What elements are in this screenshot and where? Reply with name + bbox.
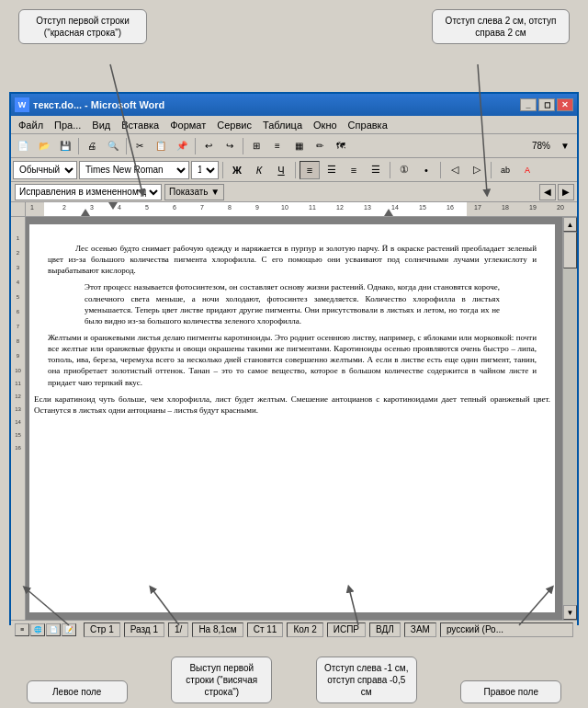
format-sep4 — [440, 162, 441, 178]
paragraph-1: Лес осенью будто снимает рабочую одежду … — [48, 243, 537, 276]
track-toolbar: Исправления в измененном документе Показ… — [11, 182, 577, 202]
toolbar-sep4 — [243, 138, 243, 154]
style-dropdown[interactable]: Обычный — [13, 161, 77, 179]
annotation-top-right: Отступ слева 2 см, отступ справа 2 см — [432, 9, 570, 44]
menu-format[interactable]: Формат — [164, 119, 211, 131]
cut-button[interactable]: ✂ — [130, 136, 150, 156]
align-justify-button[interactable]: ☰ — [366, 161, 386, 179]
zoom-dropdown[interactable]: ▼ — [555, 136, 575, 156]
document-page: Лес осенью будто снимает рабочую одежду … — [29, 224, 555, 612]
scroll-down-button[interactable]: ▼ — [563, 605, 577, 620]
track-dropdown[interactable]: Исправления в измененном документе — [15, 184, 162, 200]
app-icon: W — [15, 97, 29, 112]
undo-button[interactable]: ↩ — [198, 136, 219, 156]
align-left-button[interactable]: ≡ — [300, 161, 320, 179]
format-sep2 — [295, 162, 296, 178]
size-dropdown[interactable]: 12 — [191, 161, 219, 179]
annotation-bottom-left: Левое поле — [27, 680, 128, 703]
insert-columns-button[interactable]: ≡ — [267, 136, 288, 156]
list-num-button[interactable]: ① — [394, 161, 414, 179]
columns-button[interactable]: ▦ — [288, 136, 309, 156]
menubar: Файл Пра... Вид Вставка Формат Сервис Та… — [11, 116, 577, 134]
open-button[interactable]: 📂 — [34, 136, 54, 156]
toolbar-sep1 — [78, 138, 79, 154]
copy-button[interactable]: 📋 — [151, 136, 171, 156]
menu-insert[interactable]: Вставка — [116, 119, 164, 131]
titlebar: W текст.do... - Microsoft Word _ ◻ ✕ — [11, 94, 577, 116]
close-button[interactable]: ✕ — [557, 98, 573, 111]
ruler-first-line-indent[interactable] — [108, 202, 118, 210]
window-title: текст.do... - Microsoft Word — [33, 99, 520, 110]
drawing-button[interactable]: ✏ — [310, 136, 330, 156]
bold-button[interactable]: Ж — [227, 161, 247, 179]
restore-button[interactable]: ◻ — [538, 98, 555, 111]
annotation-bottom-right: Правое поле — [460, 680, 561, 703]
show-button[interactable]: Показать ▼ — [164, 184, 224, 200]
map-button[interactable]: 🗺 — [331, 136, 351, 156]
vertical-scrollbar: ▲ ▼ — [562, 217, 577, 620]
zoom-display: 78% — [528, 141, 554, 151]
v-ruler-numbers: 123 45 67 89 1011 1213 1415 16 — [11, 217, 25, 451]
paragraph-3: Желтыми и оранжевыми листья делаю пигмен… — [48, 332, 537, 388]
scroll-up-button[interactable]: ▲ — [563, 217, 577, 232]
indent-decrease-button[interactable]: ◁ — [445, 161, 465, 179]
format-toolbar: Обычный Times New Roman 12 Ж К Ч ≡ ☰ ≡ ☰… — [11, 158, 577, 182]
track-next-button[interactable]: ▶ — [558, 184, 574, 200]
toolbar-sep2 — [126, 138, 127, 154]
scroll-track[interactable] — [563, 232, 577, 605]
bottom-annotations: Левое поле Выступ первой строки ("висяча… — [0, 625, 588, 708]
list-bullet-button[interactable]: • — [416, 161, 436, 179]
underline-button[interactable]: Ч — [271, 161, 291, 179]
ruler-right-indent[interactable] — [384, 209, 393, 216]
paragraph-4: Если каратиноид чуть больше, чем хлорофи… — [34, 394, 550, 416]
horizontal-ruler: 1 2 3 4 5 6 7 8 9 10 11 12 13 14 15 16 1… — [11, 202, 577, 217]
save-button[interactable]: 💾 — [55, 136, 75, 156]
menu-table[interactable]: Таблица — [257, 119, 308, 131]
menu-window[interactable]: Окно — [308, 119, 343, 131]
track-prev-button[interactable]: ◀ — [539, 184, 556, 200]
toolbar-sep3 — [195, 138, 196, 154]
align-right-button[interactable]: ≡ — [344, 161, 364, 179]
word-window: W текст.do... - Microsoft Word _ ◻ ✕ Фай… — [9, 92, 579, 625]
annotation-bottom-center1: Выступ первой строки ("висячая строка") — [171, 657, 272, 703]
paragraph-2: Этот процесс называется фотосинтезом, он… — [85, 281, 500, 326]
format-sep1 — [222, 162, 223, 178]
paste-button[interactable]: 📌 — [172, 136, 192, 156]
font-dropdown[interactable]: Times New Roman — [79, 161, 189, 179]
format-sep5 — [491, 162, 492, 178]
ruler-scale: 1 2 3 4 5 6 7 8 9 10 11 12 13 14 15 16 1… — [26, 202, 577, 216]
redo-button[interactable]: ↪ — [220, 136, 240, 156]
window-controls: _ ◻ ✕ — [520, 98, 573, 111]
new-button[interactable]: 📄 — [13, 136, 33, 156]
italic-button[interactable]: К — [249, 161, 269, 179]
format-sep3 — [390, 162, 390, 178]
menu-help[interactable]: Справка — [343, 119, 393, 131]
preview-button[interactable]: 🔍 — [103, 136, 123, 156]
menu-edit[interactable]: Пра... — [49, 119, 86, 131]
highlight-button[interactable]: ab — [495, 161, 515, 179]
align-center-button[interactable]: ☰ — [322, 161, 342, 179]
menu-tools[interactable]: Сервис — [211, 119, 257, 131]
document-area: 123 45 67 89 1011 1213 1415 16 Лес осень… — [11, 217, 577, 620]
ruler-corner — [11, 202, 26, 216]
font-color-button[interactable]: A — [517, 161, 537, 179]
standard-toolbar: 📄 📂 💾 🖨 🔍 ✂ 📋 📌 ↩ ↪ ⊞ ≡ ▦ ✏ 🗺 78% ▼ — [11, 134, 577, 158]
print-button[interactable]: 🖨 — [82, 136, 102, 156]
minimize-button[interactable]: _ — [520, 98, 537, 111]
indent-increase-button[interactable]: ▷ — [467, 161, 487, 179]
ruler-hanging-indent[interactable] — [81, 209, 90, 216]
vertical-ruler: 123 45 67 89 1011 1213 1415 16 — [11, 217, 26, 620]
insert-table-button[interactable]: ⊞ — [246, 136, 266, 156]
menu-file[interactable]: Файл — [13, 119, 49, 131]
annotation-top-left: Отступ первой строки ("красная строка") — [18, 9, 147, 44]
scroll-thumb[interactable] — [563, 232, 577, 268]
menu-view[interactable]: Вид — [86, 119, 116, 131]
annotation-bottom-center2: Отступ слева -1 см, отступ справа -0,5 с… — [316, 657, 417, 703]
